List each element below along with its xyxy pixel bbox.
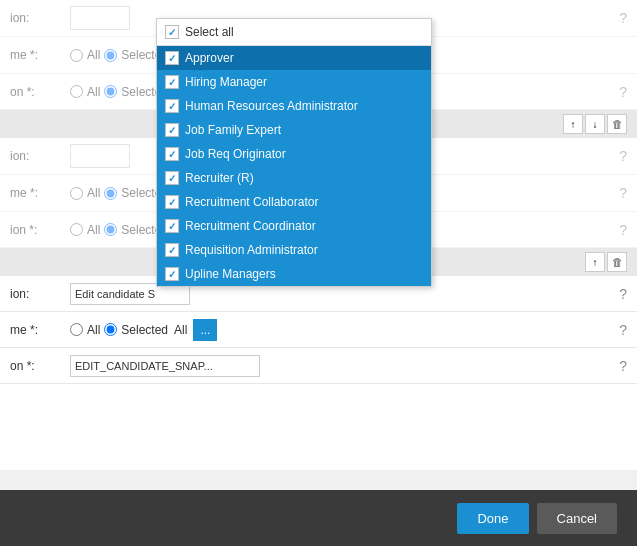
label-ion-3: ion *:: [10, 223, 70, 237]
radio-all-8[interactable]: [70, 323, 83, 336]
arrow-controls-2: ↑ 🗑: [585, 252, 627, 272]
radio-all-label-5: All: [87, 186, 100, 200]
radio-group-5: All Selected: [70, 186, 168, 200]
label-ion-1: ion:: [10, 11, 70, 25]
item-upline-managers-label: Upline Managers: [185, 267, 276, 281]
dropdown-item-job-req-originator[interactable]: Job Req Originator: [157, 142, 431, 166]
label-me-1: me *:: [10, 48, 70, 62]
help-icon-7[interactable]: ?: [619, 286, 627, 302]
form-row-9: on *: EDIT_CANDIDATE_SNAP... ?: [0, 348, 637, 384]
radio-group-3: All Selected: [70, 85, 168, 99]
main-content: ion: ? me *: All Selected on *: All Sele: [0, 0, 637, 470]
item-approver-label: Approver: [185, 51, 234, 65]
help-icon-9[interactable]: ?: [619, 358, 627, 374]
form-row-8: me *: All Selected All ... ?: [0, 312, 637, 348]
label-ion-2: ion:: [10, 149, 70, 163]
item-recruitment-collaborator-label: Recruitment Collaborator: [185, 195, 318, 209]
help-icon-6[interactable]: ?: [619, 222, 627, 238]
input-ion-2[interactable]: [70, 144, 130, 168]
checkbox-recruitment-collaborator[interactable]: [165, 195, 179, 209]
dropdown-item-upline-managers[interactable]: Upline Managers: [157, 262, 431, 286]
dropdown-item-recruitment-collaborator[interactable]: Recruitment Collaborator: [157, 190, 431, 214]
footer: Done Cancel: [0, 490, 637, 546]
item-hiring-manager-label: Hiring Manager: [185, 75, 267, 89]
radio-group-6: All Selected: [70, 223, 168, 237]
dropdown-item-recruitment-coordinator[interactable]: Recruitment Coordinator: [157, 214, 431, 238]
select-all-row[interactable]: Select all: [157, 19, 431, 46]
options-8: All Selected All ...: [70, 319, 615, 341]
done-button[interactable]: Done: [457, 503, 528, 534]
dropdown-item-job-family-expert[interactable]: Job Family Expert: [157, 118, 431, 142]
help-icon-3[interactable]: ?: [619, 84, 627, 100]
checkbox-recruiter[interactable]: [165, 171, 179, 185]
radio-group-8: All Selected: [70, 323, 168, 337]
checkbox-upline-managers[interactable]: [165, 267, 179, 281]
label-ion-desc: ion:: [10, 287, 70, 301]
item-recruiter-label: Recruiter (R): [185, 171, 254, 185]
item-recruitment-coordinator-label: Recruitment Coordinator: [185, 219, 316, 233]
checkbox-recruitment-coordinator[interactable]: [165, 219, 179, 233]
radio-selected-label-8: Selected: [121, 323, 168, 337]
radio-all-2[interactable]: [70, 49, 83, 62]
radio-all-6[interactable]: [70, 223, 83, 236]
checkbox-job-family-expert[interactable]: [165, 123, 179, 137]
radio-selected-2[interactable]: [104, 49, 117, 62]
cancel-button[interactable]: Cancel: [537, 503, 617, 534]
select-all-label: Select all: [185, 25, 234, 39]
arrow-up-1[interactable]: ↑: [563, 114, 583, 134]
edit-candidate-snap-text: EDIT_CANDIDATE_SNAP...: [75, 360, 213, 372]
radio-all-5[interactable]: [70, 187, 83, 200]
radio-all-label-6: All: [87, 223, 100, 237]
label-me-3: me *:: [10, 323, 70, 337]
input-ion-1[interactable]: [70, 6, 130, 30]
radio-all-3[interactable]: [70, 85, 83, 98]
dropdown-item-hiring-manager[interactable]: Hiring Manager: [157, 70, 431, 94]
dropdown-item-hr-admin[interactable]: Human Resources Administrator: [157, 94, 431, 118]
radio-all-label-2: All: [87, 48, 100, 62]
help-icon-4[interactable]: ?: [619, 148, 627, 164]
label-on-1: on *:: [10, 85, 70, 99]
radio-all-label-3: All: [87, 85, 100, 99]
item-job-req-originator-label: Job Req Originator: [185, 147, 286, 161]
radio-selected-8[interactable]: [104, 323, 117, 336]
help-icon-8[interactable]: ?: [619, 322, 627, 338]
checkbox-hr-admin[interactable]: [165, 99, 179, 113]
radio-all-label-8: All: [87, 323, 100, 337]
dropdown-overlay: Select all Approver Hiring Manager Human…: [156, 18, 432, 287]
select-all-checkbox[interactable]: [165, 25, 179, 39]
edit-candidate-snap-input[interactable]: EDIT_CANDIDATE_SNAP...: [70, 355, 260, 377]
help-icon-5[interactable]: ?: [619, 185, 627, 201]
arrow-up-2[interactable]: ↑: [585, 252, 605, 272]
item-job-family-expert-label: Job Family Expert: [185, 123, 281, 137]
radio-selected-5[interactable]: [104, 187, 117, 200]
all-text: All: [174, 323, 187, 337]
dropdown-item-recruiter[interactable]: Recruiter (R): [157, 166, 431, 190]
item-requisition-admin-label: Requisition Administrator: [185, 243, 318, 257]
label-on-2: on *:: [10, 359, 70, 373]
arrow-controls-1: ↑ ↓ 🗑: [563, 114, 627, 134]
radio-selected-3[interactable]: [104, 85, 117, 98]
dropdown-items-list: Approver Hiring Manager Human Resources …: [157, 46, 431, 286]
checkbox-requisition-admin[interactable]: [165, 243, 179, 257]
radio-selected-6[interactable]: [104, 223, 117, 236]
radio-group-2: All Selected: [70, 48, 168, 62]
arrow-down-1[interactable]: ↓: [585, 114, 605, 134]
ellipsis-button[interactable]: ...: [193, 319, 217, 341]
help-icon-1[interactable]: ?: [619, 10, 627, 26]
checkbox-hiring-manager[interactable]: [165, 75, 179, 89]
options-9: EDIT_CANDIDATE_SNAP...: [70, 355, 615, 377]
dropdown-item-requisition-admin[interactable]: Requisition Administrator: [157, 238, 431, 262]
edit-candidate-text: Edit candidate S: [75, 288, 155, 300]
checkbox-job-req-originator[interactable]: [165, 147, 179, 161]
item-hr-admin-label: Human Resources Administrator: [185, 99, 358, 113]
delete-btn-2[interactable]: 🗑: [607, 252, 627, 272]
delete-btn-1[interactable]: 🗑: [607, 114, 627, 134]
checkbox-approver[interactable]: [165, 51, 179, 65]
dropdown-item-approver[interactable]: Approver: [157, 46, 431, 70]
label-me-2: me *:: [10, 186, 70, 200]
